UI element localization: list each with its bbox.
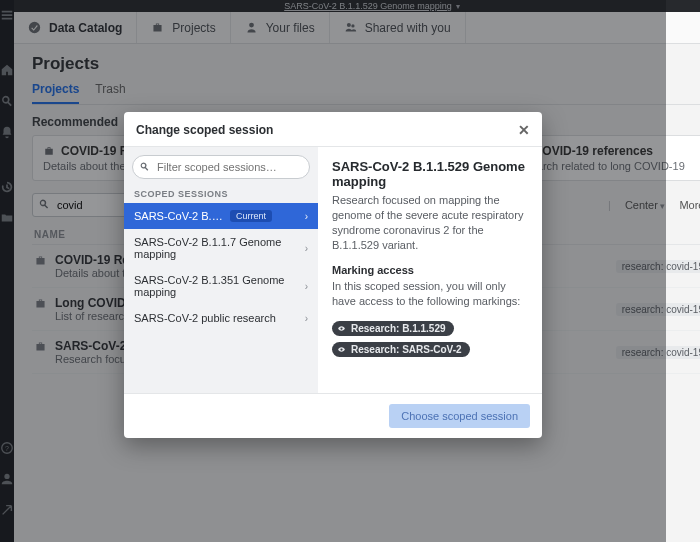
session-label: SARS-CoV-2 B.1.1.7 Genome mapping bbox=[134, 236, 299, 260]
session-detail-panel: SARS-CoV-2 B.1.1.529 Genome mapping Rese… bbox=[318, 147, 542, 393]
chip-label: Research: SARS-CoV-2 bbox=[351, 344, 462, 355]
more-dropdown[interactable]: More bbox=[679, 199, 700, 211]
session-list-heading: SCOPED SESSIONS bbox=[124, 187, 318, 203]
modal-title: Change scoped session bbox=[136, 123, 273, 137]
marking-access-heading: Marking access bbox=[332, 264, 528, 276]
chevron-right-icon: › bbox=[305, 243, 308, 254]
marking-chip: Research: B.1.1.529 bbox=[332, 321, 454, 336]
eye-icon bbox=[337, 345, 346, 354]
marking-chip: Research: SARS-CoV-2 bbox=[332, 342, 470, 357]
scoped-session-modal: Change scoped session ✕ SCOPED SESSIONS … bbox=[124, 112, 542, 438]
close-icon[interactable]: ✕ bbox=[518, 122, 530, 138]
chevron-right-icon: › bbox=[305, 211, 308, 222]
session-label: SARS-CoV-2 public research bbox=[134, 312, 276, 324]
chevron-right-icon: › bbox=[305, 281, 308, 292]
chevron-right-icon: › bbox=[305, 313, 308, 324]
eye-icon bbox=[337, 324, 346, 333]
session-item[interactable]: SARS-CoV-2 public research › bbox=[124, 305, 318, 331]
current-badge: Current bbox=[230, 210, 272, 222]
chip-label: Research: B.1.1.529 bbox=[351, 323, 446, 334]
session-label: SARS-CoV-2 B.1.351 Genome mapping bbox=[134, 274, 299, 298]
detail-description: Research focused on mapping the genome o… bbox=[332, 193, 528, 252]
session-item[interactable]: SARS-CoV-2 B.1.351 Genome mapping › bbox=[124, 267, 318, 305]
choose-scoped-session-button[interactable]: Choose scoped session bbox=[389, 404, 530, 428]
session-label: SARS-CoV-2 B.1.1.529 G… bbox=[134, 210, 224, 222]
detail-title: SARS-CoV-2 B.1.1.529 Genome mapping bbox=[332, 159, 528, 189]
search-icon bbox=[139, 161, 150, 172]
session-list-panel: SCOPED SESSIONS SARS-CoV-2 B.1.1.529 G… … bbox=[124, 147, 318, 393]
filter-sessions-input[interactable] bbox=[132, 155, 310, 179]
marking-access-description: In this scoped session, you will only ha… bbox=[332, 279, 528, 309]
session-item[interactable]: SARS-CoV-2 B.1.1.529 G… Current › bbox=[124, 203, 318, 229]
session-item[interactable]: SARS-CoV-2 B.1.1.7 Genome mapping › bbox=[124, 229, 318, 267]
